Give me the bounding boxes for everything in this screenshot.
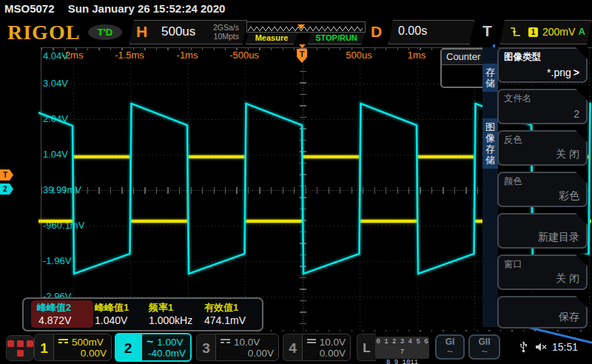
logic-tab[interactable]: L [357,334,376,361]
tab-image-storage[interactable]: 图像存储 [482,118,498,169]
menu-item-label: 窗口 [504,258,522,271]
generator-1-button[interactable]: GI ~ [435,334,465,360]
menu-item-value: *.png> [547,67,579,78]
channel-scale: 10.0V [320,337,346,348]
menu-item-file-name[interactable]: 文件名 2 [497,89,588,124]
channel-offset: 0.00V [58,348,107,360]
channel-scale: 1.00V [157,337,183,348]
menu-item-label: 文件名 [504,92,532,105]
dc-coupling-icon [58,339,68,345]
sample-rate: 2GSa/s [213,23,239,32]
measurement-label[interactable]: 频率1 [149,301,173,314]
menu-item-color[interactable]: 颜色 彩色 [497,172,588,207]
menu-item-new-directory[interactable]: 新建目录 [497,213,588,249]
datetime: Sun January 26 15:52:24 2020 [68,2,226,15]
trigger-source-badge: 1 [528,27,538,37]
horizontal-timebase-box[interactable]: H 500us 2GSa/s 10Mpts [130,20,247,44]
sine-wave-icon: ~ [437,347,463,356]
measurement-value: 1.000kHz [149,314,192,326]
channel-1-tab[interactable]: 1 [34,334,53,361]
trigger-sweep-mode: A [579,26,585,37]
red-square-icon [27,340,33,347]
channel-2-tab[interactable]: 2 [115,333,141,362]
menu-item-value: 2 [574,108,579,120]
red-square-icon [17,340,24,347]
memory-depth: 10Mpts [214,32,239,41]
logic-row-2: 8 9 1011 12131415 [375,357,429,364]
logic-row-1: 0 1 2 3 4 5 6 7 [375,337,429,357]
channel-offset: 0.00V [307,348,346,360]
channel-3-info[interactable]: 10.0V 0.00V [215,334,279,361]
d-label: D [371,21,382,43]
menu-item-window[interactable]: 窗口 关 闭 [497,255,588,290]
menu-sidebar: 存储 图像存储 图像类型 *.png> 文件名 2 反色 关 闭 颜色 彩色 新… [477,41,592,349]
falling-edge-trigger-icon [510,27,522,37]
oscilloscope-screen: { "header": { "model": "MSO5072", "datet… [0,0,592,364]
red-square-icon [7,340,14,347]
trigger-status-badge: T'D [88,24,122,40]
measurement-label[interactable]: 有效值1 [204,301,238,314]
channel-scale: 10.0V [234,337,260,348]
trigger-level-value: 200mV [542,26,575,38]
menu-item-label: 图像类型 [504,51,541,64]
status-line: MSO5072 Sun January 26 15:52:24 2020 [4,2,225,15]
channel-2-info[interactable]: ~ 1.00V -40.0mV [141,333,192,362]
measurement-value: 4.872V [38,314,71,326]
logic-channel-digits: 0 1 2 3 4 5 6 7 8 9 1011 12131415 [375,337,429,359]
channel-3-tab[interactable]: 3 [196,334,215,361]
measure-button[interactable]: Measure [245,32,298,44]
rigol-logo: RIGOL [7,21,80,44]
measurement-label[interactable]: 峰峰值2 [37,301,71,314]
measurement-value: 1.040V [95,314,127,326]
menu-item-save[interactable]: 保存 [497,296,588,328]
t-label: T [482,20,492,42]
delay-box[interactable]: 0.00s [388,20,474,44]
all-channels-button[interactable] [6,335,34,361]
dc-coupling-icon [221,339,230,345]
ac-coupling-icon: ~ [147,338,153,346]
menu-item-image-type[interactable]: 图像类型 *.png> [497,47,588,83]
dc-coupling-icon [307,339,316,345]
timebase-value: 500us [161,24,195,39]
submenu-arrow-icon: > [574,67,579,78]
stop-run-button[interactable]: STOP/RUN [307,32,366,44]
channel-4-info[interactable]: 10.0V 0.00V [302,334,351,361]
delay-value: 0.00s [398,24,427,38]
h-label: H [136,21,147,43]
menu-item-value: 关 闭 [556,272,579,286]
menu-item-value: 关 闭 [556,148,579,161]
tab-storage[interactable]: 存储 [482,64,498,92]
menu-item-invert[interactable]: 反色 关 闭 [497,130,588,166]
memory-position-indicator[interactable] [246,21,366,33]
measurement-panel: 峰峰值2 4.872V 峰峰值1 1.040V 频率1 1.000kHz 有效值… [22,297,263,331]
menu-item-value: 保存 [559,311,579,324]
channel-scale: 500mV [72,337,104,348]
menu-item-label: 颜色 [504,175,522,188]
channel-1-info[interactable]: 500mV 0.00V [53,334,112,361]
measurement-value: 474.1mV [204,314,246,326]
menu-item-value: 新建目录 [538,231,579,244]
measurement-label[interactable]: 峰峰值1 [95,301,129,314]
channel-offset: 0.00V [221,348,274,360]
acquisition-info: 2GSa/s 10Mpts [213,23,239,41]
menu-item-value: 彩色 [559,189,579,203]
trigger-level-marker[interactable]: T [0,169,13,181]
ch2-ground-marker[interactable]: 2 [0,183,13,195]
model-name: MSO5072 [4,2,55,15]
red-square-icon [17,350,24,357]
zigzag-waveform-icon [247,24,363,33]
channel-offset: -40.0mV [147,348,186,360]
channel-4-tab[interactable]: 4 [283,334,302,361]
menu-item-label: 反色 [504,134,522,146]
